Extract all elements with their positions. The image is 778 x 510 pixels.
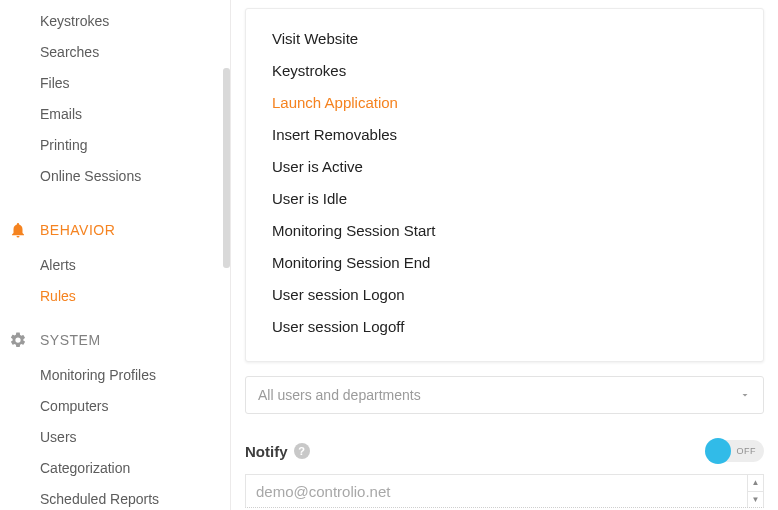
option-monitoring-start[interactable]: Monitoring Session Start xyxy=(246,215,763,247)
sidebar-section-label: BEHAVIOR xyxy=(40,222,115,238)
sidebar-item-online-sessions[interactable]: Online Sessions xyxy=(0,161,230,192)
option-user-logon[interactable]: User session Logon xyxy=(246,279,763,311)
stepper-up[interactable]: ▲ xyxy=(748,475,763,492)
sidebar-item-rules[interactable]: Rules xyxy=(0,281,230,312)
users-select[interactable]: All users and departments xyxy=(245,376,764,414)
sidebar-section-label: SYSTEM xyxy=(40,332,101,348)
event-type-dropdown[interactable]: Visit Website Keystrokes Launch Applicat… xyxy=(245,8,764,362)
option-insert-removables[interactable]: Insert Removables xyxy=(246,119,763,151)
option-user-active[interactable]: User is Active xyxy=(246,151,763,183)
sidebar-item-files[interactable]: Files xyxy=(0,68,230,99)
notify-email-box: ▲ ▼ xyxy=(245,474,764,508)
toggle-knob xyxy=(705,438,731,464)
option-visit-website[interactable]: Visit Website xyxy=(246,23,763,55)
stepper-down[interactable]: ▼ xyxy=(748,492,763,508)
sidebar-item-printing[interactable]: Printing xyxy=(0,130,230,161)
main-panel: Visit Website Keystrokes Launch Applicat… xyxy=(231,0,778,510)
notify-row: Notify ? OFF xyxy=(245,440,764,462)
scrollbar-thumb[interactable] xyxy=(223,68,230,268)
sidebar-item-users[interactable]: Users xyxy=(0,422,230,453)
sidebar-item-computers[interactable]: Computers xyxy=(0,391,230,422)
chevron-down-icon xyxy=(739,389,751,401)
sidebar-item-alerts[interactable]: Alerts xyxy=(0,250,230,281)
sidebar-item-emails[interactable]: Emails xyxy=(0,99,230,130)
option-user-logoff[interactable]: User session Logoff xyxy=(246,311,763,343)
sidebar-item-monitoring-profiles[interactable]: Monitoring Profiles xyxy=(0,360,230,391)
sidebar-item-categorization[interactable]: Categorization xyxy=(0,453,230,484)
toggle-state-label: OFF xyxy=(737,446,757,456)
sidebar-section-behavior: BEHAVIOR xyxy=(0,192,230,250)
gear-icon xyxy=(8,330,28,350)
users-select-placeholder: All users and departments xyxy=(258,387,421,403)
notify-label: Notify xyxy=(245,443,288,460)
sidebar-item-searches[interactable]: Searches xyxy=(0,37,230,68)
sidebar-section-system: SYSTEM xyxy=(0,312,230,360)
help-icon[interactable]: ? xyxy=(294,443,310,459)
option-monitoring-end[interactable]: Monitoring Session End xyxy=(246,247,763,279)
sidebar-item-keystrokes[interactable]: Keystrokes xyxy=(0,6,230,37)
sidebar-item-scheduled-reports[interactable]: Scheduled Reports xyxy=(0,484,230,510)
notify-email-input[interactable] xyxy=(256,483,753,500)
option-keystrokes[interactable]: Keystrokes xyxy=(246,55,763,87)
option-launch-application[interactable]: Launch Application xyxy=(246,87,763,119)
email-stepper: ▲ ▼ xyxy=(747,475,763,507)
sidebar: Keystrokes Searches Files Emails Printin… xyxy=(0,0,230,510)
option-user-idle[interactable]: User is Idle xyxy=(246,183,763,215)
notify-toggle[interactable]: OFF xyxy=(706,440,764,462)
bell-icon xyxy=(8,220,28,240)
